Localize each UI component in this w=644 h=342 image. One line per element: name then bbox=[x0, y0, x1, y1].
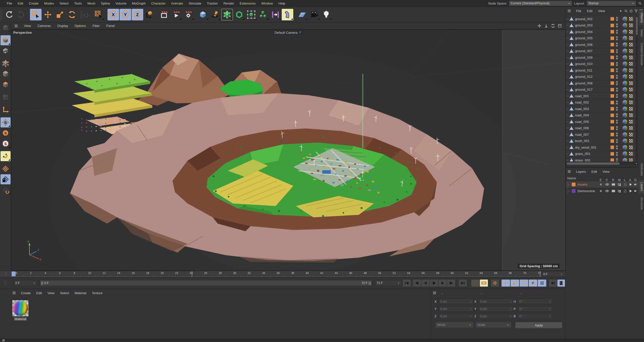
texture-tag-icon[interactable] bbox=[629, 81, 633, 85]
more-menus-icon[interactable] bbox=[619, 9, 623, 13]
object-manager-menu-icon[interactable] bbox=[567, 9, 571, 13]
ffd-deformer-button[interactable] bbox=[245, 9, 257, 20]
timeline-ruler[interactable]: 0246810121416182022242628303234363840424… bbox=[0, 271, 565, 277]
next-frame-button[interactable] bbox=[439, 280, 447, 287]
array-button[interactable] bbox=[258, 9, 269, 20]
rotation-h-field[interactable]: 0 ° bbox=[518, 299, 553, 304]
visibility-dots[interactable] bbox=[616, 62, 618, 66]
layer-color-chip[interactable] bbox=[611, 114, 614, 117]
layer-color-chip[interactable] bbox=[572, 189, 576, 193]
layer-color-chip[interactable] bbox=[611, 94, 614, 98]
layer-color-chip[interactable] bbox=[611, 88, 614, 91]
camera-label[interactable]: Default Camera bbox=[273, 30, 303, 35]
menu-item-view[interactable]: View bbox=[595, 9, 608, 13]
visibility-dots[interactable] bbox=[616, 23, 618, 27]
menu-item-cameras[interactable]: Cameras bbox=[34, 24, 54, 28]
layer-color-chip[interactable] bbox=[611, 30, 614, 33]
menu-item-options[interactable]: Options bbox=[71, 24, 89, 28]
material-tag-icon[interactable] bbox=[623, 68, 627, 73]
object-row[interactable]: road_007 bbox=[566, 131, 638, 138]
points-mode-button[interactable] bbox=[1, 58, 11, 69]
render-toggle-icon[interactable] bbox=[611, 189, 616, 193]
next-key-button[interactable] bbox=[447, 280, 455, 287]
material-tag-icon[interactable] bbox=[623, 87, 627, 92]
layer-color-chip[interactable] bbox=[611, 146, 614, 149]
texture-tag-icon[interactable] bbox=[629, 139, 633, 143]
object-name[interactable]: ground_012 bbox=[575, 75, 592, 79]
object-name[interactable]: ground_002 bbox=[575, 17, 592, 21]
lock-toggle-icon[interactable] bbox=[623, 189, 627, 193]
snap-button[interactable]: S bbox=[1, 117, 11, 127]
material-tag-icon[interactable] bbox=[623, 61, 627, 66]
layout-dropdown[interactable]: Startup bbox=[587, 1, 636, 6]
material-tag-icon[interactable] bbox=[623, 94, 627, 98]
make-editable-button[interactable] bbox=[1, 23, 11, 33]
menu-item-window[interactable]: Window bbox=[259, 2, 276, 5]
menu-item-select[interactable]: Select bbox=[57, 291, 72, 295]
status-menu-icon[interactable] bbox=[2, 339, 5, 342]
record-parameter-toggle[interactable]: P bbox=[529, 280, 537, 287]
menu-item-view[interactable]: View bbox=[21, 24, 34, 28]
texture-tag-icon[interactable] bbox=[629, 158, 633, 161]
record-scale-toggle[interactable] bbox=[511, 280, 519, 287]
object-name[interactable]: ground_003 bbox=[575, 23, 592, 27]
texture-tag-icon[interactable] bbox=[629, 152, 633, 156]
keyframe-selection-button[interactable] bbox=[491, 280, 499, 287]
layer-color-chip[interactable] bbox=[611, 75, 614, 79]
object-name[interactable]: road_007 bbox=[575, 133, 589, 136]
maximize-view-icon[interactable] bbox=[558, 24, 562, 28]
material-thumbnail[interactable] bbox=[12, 300, 29, 317]
menu-item-character[interactable]: Character bbox=[148, 2, 168, 5]
redo-button[interactable] bbox=[15, 9, 27, 20]
layer-color-chip[interactable] bbox=[611, 37, 614, 40]
texture-tag-icon[interactable] bbox=[629, 107, 633, 111]
lock-toggle-icon[interactable] bbox=[623, 182, 627, 187]
toolbar-grip[interactable] bbox=[0, 9, 3, 20]
menu-item-mesh[interactable]: Mesh bbox=[85, 2, 98, 5]
visibility-dots[interactable] bbox=[616, 68, 618, 72]
texture-tag-icon[interactable] bbox=[629, 69, 633, 72]
material-tag-icon[interactable] bbox=[623, 81, 627, 86]
layer-color-chip[interactable] bbox=[611, 49, 614, 53]
object-name[interactable]: dry_wood_001 bbox=[575, 146, 596, 149]
visibility-dots[interactable] bbox=[616, 145, 618, 149]
animation-toggle-icon[interactable] bbox=[628, 182, 633, 187]
floor-button[interactable] bbox=[296, 9, 308, 20]
object-row[interactable]: ground_012 bbox=[566, 74, 638, 80]
material-tag-icon[interactable] bbox=[623, 17, 627, 21]
menu-item-tools[interactable]: Tools bbox=[71, 2, 85, 5]
object-name[interactable]: ground_004 bbox=[575, 30, 592, 34]
menu-item-edit[interactable]: Edit bbox=[15, 2, 26, 5]
visibility-dots[interactable] bbox=[616, 126, 618, 130]
texture-tag-icon[interactable] bbox=[629, 120, 633, 124]
snap-auto-button[interactable]: S bbox=[1, 139, 11, 149]
object-row[interactable]: ground_002 bbox=[566, 16, 638, 22]
rotation-b-field[interactable]: 0 ° bbox=[518, 314, 553, 319]
material-tag-icon[interactable] bbox=[623, 132, 627, 137]
object-row[interactable]: ground_008 bbox=[566, 80, 638, 87]
layer-name[interactable]: Assets bbox=[578, 183, 587, 186]
menu-item-simulate[interactable]: Simulate bbox=[186, 2, 204, 5]
timeline-playhead[interactable] bbox=[12, 271, 16, 276]
snap-3d-button[interactable]: S bbox=[1, 128, 11, 138]
undo-button[interactable] bbox=[3, 9, 15, 20]
visibility-dots[interactable] bbox=[616, 17, 618, 21]
layers-menu-icon[interactable] bbox=[567, 169, 571, 174]
ruler-grip[interactable] bbox=[5, 272, 8, 276]
layer-color-chip[interactable] bbox=[611, 126, 614, 130]
tab-structure[interactable]: Structure bbox=[638, 195, 644, 212]
object-row[interactable]: ground_006 bbox=[566, 42, 638, 48]
layer-row[interactable]: Assets bbox=[566, 181, 638, 188]
visibility-dots[interactable] bbox=[616, 36, 618, 40]
generator-toggle-icon[interactable] bbox=[633, 182, 638, 187]
object-row[interactable]: dry_wood_001 bbox=[566, 144, 638, 151]
search-icon[interactable] bbox=[638, 1, 642, 5]
quantize-magnet-button[interactable] bbox=[1, 151, 11, 161]
object-row[interactable]: ground_011 bbox=[566, 67, 638, 74]
object-row[interactable]: road_002 bbox=[566, 99, 638, 106]
rotate-workplane-button[interactable] bbox=[1, 185, 11, 195]
menu-item-animate[interactable]: Animate bbox=[168, 2, 186, 5]
layer-color-chip[interactable] bbox=[611, 62, 614, 66]
tab-objects[interactable]: Objects bbox=[638, 10, 644, 25]
size-y-field[interactable]: 0 cm bbox=[479, 306, 513, 312]
